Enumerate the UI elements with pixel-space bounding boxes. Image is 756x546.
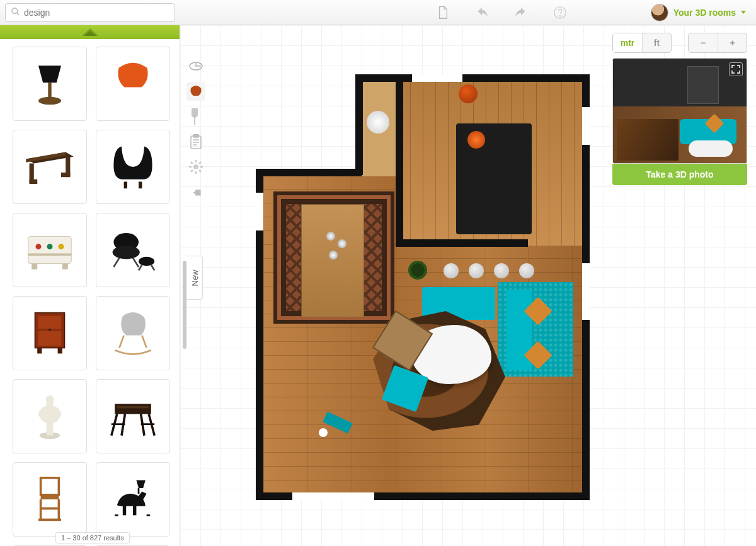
search-wrap <box>0 0 180 25</box>
wall <box>355 74 590 82</box>
wall <box>396 239 528 247</box>
undo-icon[interactable] <box>475 6 489 20</box>
search-input[interactable] <box>24 8 169 18</box>
lib-item-table-lamp-black[interactable] <box>13 47 87 121</box>
svg-rect-26 <box>115 404 151 414</box>
svg-point-35 <box>193 164 198 169</box>
redo-icon[interactable] <box>514 6 528 20</box>
help-icon[interactable] <box>553 6 567 20</box>
door-opening <box>412 74 462 82</box>
lib-item-campaign-desk-dark[interactable] <box>96 379 170 453</box>
svg-point-19 <box>49 329 51 331</box>
zoom-in-button[interactable]: + <box>718 33 747 52</box>
tabletop-item <box>329 251 338 259</box>
svg-line-1 <box>16 13 19 15</box>
lib-item-ornate-chest-white[interactable] <box>13 213 87 287</box>
window-opening <box>582 107 590 145</box>
svg-point-24 <box>52 409 60 418</box>
unit-zoom-row: mtr ft − + <box>612 33 747 53</box>
svg-point-0 <box>12 8 18 13</box>
preview-3d[interactable] <box>612 58 747 164</box>
plant[interactable] <box>408 261 427 280</box>
search-box[interactable] <box>5 3 175 22</box>
user-menu-label: Your 3D rooms <box>673 8 736 18</box>
svg-point-25 <box>45 395 54 404</box>
stool[interactable] <box>444 263 459 278</box>
preview-coffee-table <box>689 140 733 157</box>
settings-tool[interactable] <box>186 157 205 176</box>
lib-item-vase-sculpture-white[interactable] <box>13 379 87 453</box>
svg-rect-32 <box>194 118 195 125</box>
stool-orange[interactable] <box>459 84 478 103</box>
svg-rect-20 <box>37 348 42 353</box>
unit-imperial-button[interactable]: ft <box>642 33 671 52</box>
svg-rect-27 <box>117 406 148 409</box>
stool[interactable] <box>519 263 534 278</box>
lamp-base <box>319 428 328 437</box>
svg-rect-34 <box>193 134 198 137</box>
stool[interactable] <box>469 263 484 278</box>
svg-point-8 <box>47 244 52 249</box>
top-icon-group <box>222 6 567 20</box>
svg-rect-10 <box>28 253 71 256</box>
zoom-control: − + <box>688 33 747 53</box>
dining-table[interactable] <box>301 204 364 317</box>
measure-tool[interactable] <box>186 57 205 76</box>
wall <box>396 74 403 246</box>
new-document-icon[interactable] <box>436 6 450 20</box>
new-tab-label: New <box>190 270 199 286</box>
zoom-out-button[interactable]: − <box>689 33 718 52</box>
lib-item-cabinet-red[interactable] <box>13 296 87 370</box>
preview-window <box>687 66 719 104</box>
new-side-tab[interactable]: New <box>186 256 203 300</box>
lib-item-lounge-chair-ottoman-black[interactable] <box>96 213 170 287</box>
search-icon <box>11 7 20 18</box>
svg-rect-18 <box>38 331 61 345</box>
svg-point-9 <box>58 244 64 249</box>
door-opening <box>292 492 374 500</box>
lib-item-wingback-chair-black[interactable] <box>96 130 170 204</box>
library-scroll[interactable] <box>0 39 180 546</box>
lib-item-high-chair-wood[interactable] <box>13 462 87 537</box>
svg-rect-12 <box>62 264 67 270</box>
take-3d-photo-button[interactable]: Take a 3D photo <box>612 164 747 185</box>
lib-item-writing-desk-wood[interactable] <box>13 130 87 204</box>
svg-rect-11 <box>32 264 37 270</box>
paint-tool[interactable] <box>186 107 205 126</box>
lib-item-horse-lamp-black[interactable] <box>96 462 170 537</box>
tool-strip: ◂▮▮ <box>185 57 207 202</box>
user-menu[interactable]: Your 3D rooms <box>651 4 746 21</box>
library-grid <box>9 47 173 546</box>
svg-rect-28 <box>40 478 59 495</box>
svg-rect-21 <box>57 348 62 353</box>
svg-point-5 <box>38 97 61 105</box>
collapse-tool[interactable]: ◂▮▮ <box>186 183 205 202</box>
svg-point-7 <box>35 244 41 249</box>
lib-item-eames-chair-orange[interactable] <box>96 47 170 121</box>
tabletop-item <box>326 232 335 241</box>
furniture-tool[interactable] <box>186 82 205 101</box>
svg-rect-6 <box>28 236 71 263</box>
window-opening <box>256 193 263 230</box>
pendant-light <box>367 111 389 134</box>
avatar <box>651 4 668 21</box>
expand-icon[interactable] <box>729 62 743 76</box>
preview-rug <box>617 119 679 161</box>
clipboard-tool[interactable] <box>186 132 205 151</box>
svg-rect-4 <box>48 82 51 97</box>
tabletop-item <box>338 239 346 248</box>
stool[interactable] <box>494 263 509 278</box>
lib-item-rocking-chair-grey[interactable] <box>96 296 170 370</box>
wall <box>256 169 362 176</box>
bowl <box>467 131 485 149</box>
svg-point-15 <box>139 257 154 266</box>
results-count: 1 – 30 of 827 results <box>55 532 130 543</box>
svg-rect-29 <box>40 495 59 499</box>
wall <box>355 74 363 175</box>
window-opening <box>582 263 590 320</box>
svg-point-14 <box>112 246 139 259</box>
category-collapse-bar[interactable] <box>0 25 180 39</box>
unit-metric-button[interactable]: mtr <box>613 33 642 52</box>
floorplan[interactable] <box>256 74 590 503</box>
top-toolbar: Your 3D rooms <box>0 0 756 25</box>
